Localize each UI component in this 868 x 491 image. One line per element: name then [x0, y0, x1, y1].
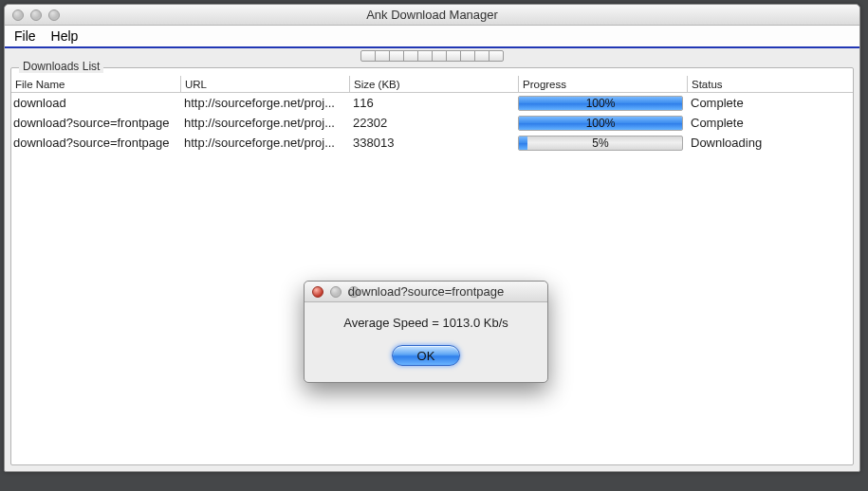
main-window: Ank Download Manager File Help Downloads…	[4, 4, 860, 472]
minimize-icon[interactable]	[30, 9, 42, 21]
toolbar-button[interactable]	[446, 50, 461, 62]
menu-help[interactable]: Help	[51, 28, 79, 44]
toolbar-button[interactable]	[403, 50, 418, 62]
toolbar-button[interactable]	[417, 50, 433, 62]
window-controls	[5, 9, 60, 21]
minimize-icon[interactable]	[330, 286, 342, 298]
cell-url: http://sourceforge.net/proj...	[180, 116, 349, 130]
table-row[interactable]: download?source=frontpagehttp://sourcefo…	[11, 113, 853, 133]
cell-status: Complete	[687, 116, 856, 130]
cell-size: 338013	[349, 136, 518, 150]
ok-button[interactable]: OK	[392, 345, 460, 366]
close-icon[interactable]	[12, 9, 24, 21]
table-body: downloadhttp://sourceforge.net/proj...11…	[11, 93, 853, 153]
cell-filename: download	[11, 96, 180, 110]
dialog-body: Average Speed = 1013.0 Kb/s OK	[305, 302, 547, 382]
cell-filename: download?source=frontpage	[11, 136, 180, 150]
cell-url: http://sourceforge.net/proj...	[180, 136, 349, 150]
downloads-panel: Downloads List File Name URL Size (KB) P…	[10, 67, 854, 465]
progress-bar: 100%	[518, 96, 683, 111]
cell-filename: download?source=frontpage	[11, 116, 180, 130]
toolbar	[5, 48, 859, 64]
progress-bar: 100%	[518, 116, 683, 131]
dialog-message: Average Speed = 1013.0 Kb/s	[343, 316, 508, 330]
dialog-actions: OK	[392, 345, 460, 366]
main-titlebar[interactable]: Ank Download Manager	[5, 5, 859, 26]
dialog-window-controls	[305, 286, 360, 298]
table-row[interactable]: download?source=frontpagehttp://sourcefo…	[11, 133, 853, 153]
col-url[interactable]: URL	[180, 76, 349, 93]
toolbar-button[interactable]	[460, 50, 475, 62]
menubar: File Help	[5, 26, 859, 48]
toolbar-button[interactable]	[375, 50, 390, 62]
menu-file[interactable]: File	[14, 28, 36, 44]
toolbar-button[interactable]	[432, 50, 447, 62]
cell-status: Downloading	[687, 136, 856, 150]
window-title: Ank Download Manager	[5, 8, 859, 22]
col-status[interactable]: Status	[687, 76, 856, 93]
toolbar-button[interactable]	[389, 50, 404, 62]
cell-status: Complete	[687, 96, 856, 110]
table-row[interactable]: downloadhttp://sourceforge.net/proj...11…	[11, 93, 853, 113]
toolbar-button[interactable]	[360, 50, 376, 62]
zoom-icon[interactable]	[348, 286, 360, 298]
col-progress[interactable]: Progress	[518, 76, 687, 93]
table-header: File Name URL Size (KB) Progress Status	[11, 76, 853, 93]
cell-size: 22302	[349, 116, 518, 130]
close-icon[interactable]	[312, 286, 323, 298]
panel-legend: Downloads List	[19, 60, 103, 73]
col-size[interactable]: Size (KB)	[349, 76, 518, 93]
col-filename[interactable]: File Name	[11, 76, 180, 93]
dialog-titlebar[interactable]: download?source=frontpage	[305, 282, 547, 302]
progress-label: 100%	[519, 117, 682, 130]
cell-size: 116	[349, 96, 518, 110]
speed-dialog: download?source=frontpage Average Speed …	[304, 281, 548, 383]
cell-progress: 5%	[518, 134, 687, 153]
cell-progress: 100%	[518, 114, 687, 133]
toolbar-button[interactable]	[474, 50, 489, 62]
downloads-table: File Name URL Size (KB) Progress Status …	[11, 68, 853, 153]
toolbar-strip	[360, 50, 504, 62]
progress-label: 5%	[519, 136, 682, 150]
progress-bar: 5%	[518, 136, 683, 151]
progress-label: 100%	[519, 97, 682, 110]
toolbar-button[interactable]	[489, 50, 504, 62]
cell-progress: 100%	[518, 94, 687, 113]
zoom-icon[interactable]	[48, 9, 60, 21]
cell-url: http://sourceforge.net/proj...	[180, 96, 349, 110]
